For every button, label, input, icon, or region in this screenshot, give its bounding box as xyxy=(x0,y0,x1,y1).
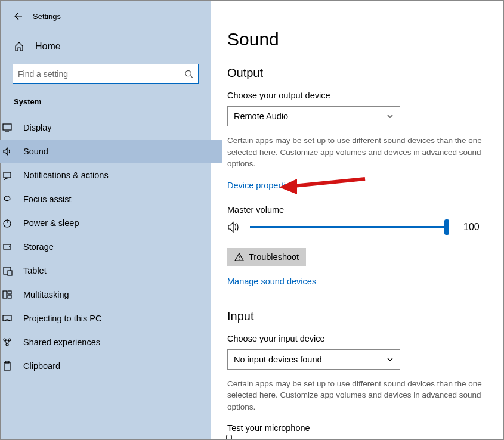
nav-label: Shared experiences xyxy=(23,337,100,347)
input-heading: Input xyxy=(227,309,483,323)
sidebar-item-storage[interactable]: Storage xyxy=(0,235,222,259)
output-help-text: Certain apps may be set up to use differ… xyxy=(227,135,483,170)
manage-sound-devices-link[interactable]: Manage sound devices xyxy=(227,277,316,286)
nav-label: Tablet xyxy=(23,266,47,275)
sidebar-item-multitasking[interactable]: Multitasking xyxy=(0,283,222,306)
svg-rect-4 xyxy=(4,172,11,178)
svg-point-0 xyxy=(185,70,191,76)
nav-label: Sound xyxy=(23,147,48,156)
svg-point-21 xyxy=(239,259,240,260)
home-label: Home xyxy=(35,41,61,52)
multitasking-icon xyxy=(2,289,13,300)
sidebar-group-label: System xyxy=(14,97,199,106)
sidebar: Settings Home System Display Sound xyxy=(1,1,211,439)
sidebar-item-clipboard[interactable]: Clipboard xyxy=(0,354,222,378)
nav-label: Storage xyxy=(23,242,54,252)
search-input[interactable] xyxy=(13,64,199,84)
nav-label: Projecting to this PC xyxy=(23,314,101,323)
svg-rect-14 xyxy=(3,315,11,321)
sidebar-item-shared-experiences[interactable]: Shared experiences xyxy=(0,330,222,354)
microphone-level-bar xyxy=(227,439,400,439)
nav-label: Multitasking xyxy=(23,290,69,299)
test-mic-label: Test your microphone xyxy=(227,423,483,433)
sidebar-item-display[interactable]: Display xyxy=(0,116,222,140)
troubleshoot-label: Troubleshoot xyxy=(249,252,299,262)
notifications-icon xyxy=(2,170,13,181)
output-device-select[interactable]: Remote Audio xyxy=(227,106,400,126)
shared-icon xyxy=(2,337,13,348)
input-device-label: Choose your input device xyxy=(227,334,483,343)
home-icon xyxy=(14,41,24,52)
master-volume-label: Master volume xyxy=(227,205,483,215)
clipboard-icon xyxy=(2,361,13,371)
warning-icon xyxy=(234,252,244,262)
output-device-label: Choose your output device xyxy=(227,91,483,100)
svg-rect-10 xyxy=(8,271,12,275)
nav-list: Display Sound Notifications & actions Fo… xyxy=(0,116,222,378)
input-device-select[interactable]: No input devices found xyxy=(227,349,400,370)
svg-point-8 xyxy=(9,246,10,247)
svg-rect-12 xyxy=(8,291,11,294)
svg-rect-2 xyxy=(3,124,11,130)
nav-label: Power & sleep xyxy=(23,218,79,228)
search-field[interactable] xyxy=(18,69,184,79)
app-title: Settings xyxy=(33,12,61,21)
arrow-left-icon xyxy=(12,11,23,21)
sidebar-item-projecting[interactable]: Projecting to this PC xyxy=(0,306,222,330)
storage-icon xyxy=(2,241,13,252)
sidebar-item-sound[interactable]: Sound xyxy=(0,140,222,163)
volume-row: 100 xyxy=(227,221,483,234)
svg-rect-18 xyxy=(4,362,10,370)
search-icon xyxy=(184,69,193,79)
tablet-icon xyxy=(2,265,13,276)
sound-icon xyxy=(2,146,13,157)
sidebar-header: Settings xyxy=(1,1,211,30)
slider-thumb[interactable] xyxy=(444,219,449,235)
focus-assist-icon xyxy=(2,194,13,204)
nav-label: Clipboard xyxy=(23,361,60,371)
projecting-icon xyxy=(2,313,13,324)
chevron-down-icon xyxy=(386,356,394,363)
troubleshoot-button[interactable]: Troubleshoot xyxy=(227,248,306,266)
sidebar-item-power-sleep[interactable]: Power & sleep xyxy=(0,211,222,235)
chevron-down-icon xyxy=(386,113,394,120)
input-device-value: No input devices found xyxy=(234,355,322,364)
page-title: Sound xyxy=(227,29,483,49)
volume-slider[interactable] xyxy=(250,221,447,234)
sidebar-item-focus-assist[interactable]: Focus assist xyxy=(0,187,222,211)
display-icon xyxy=(2,122,13,133)
main-content: Sound Output Choose your output device R… xyxy=(211,1,503,439)
back-button[interactable] xyxy=(11,10,23,22)
home-link[interactable]: Home xyxy=(13,35,199,58)
device-properties-link[interactable]: Device properties xyxy=(227,181,295,190)
input-help-text: Certain apps may be set up to use differ… xyxy=(227,378,483,413)
output-heading: Output xyxy=(227,66,483,80)
sidebar-item-tablet[interactable]: Tablet xyxy=(0,259,222,283)
output-device-value: Remote Audio xyxy=(234,111,288,121)
nav-label: Focus assist xyxy=(23,194,72,204)
volume-value: 100 xyxy=(463,222,480,233)
nav-label: Display xyxy=(23,123,52,132)
svg-rect-13 xyxy=(8,295,11,298)
sidebar-item-notifications[interactable]: Notifications & actions xyxy=(0,163,222,187)
svg-line-1 xyxy=(190,76,193,78)
svg-rect-11 xyxy=(3,291,7,298)
power-icon xyxy=(2,218,13,228)
volume-icon xyxy=(227,221,242,234)
nav-label: Notifications & actions xyxy=(23,171,109,180)
